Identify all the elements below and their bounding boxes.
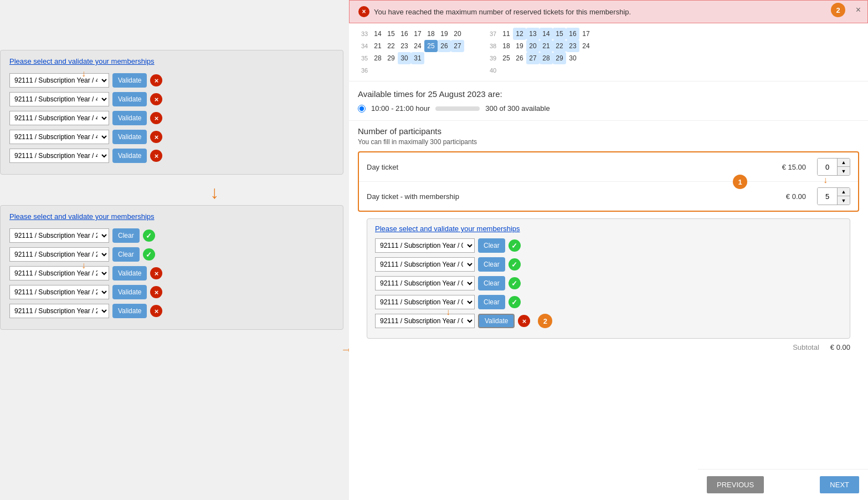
cal-day[interactable]: 23 (566, 40, 579, 52)
membership-box-1-title: Please select and validate your membersh… (9, 57, 334, 65)
check-icon-2-1: ✓ (143, 229, 155, 242)
membership-row-2-5: 92111 / Subscription Year / 2 Validate × (9, 304, 334, 318)
cal-day[interactable]: 26 (513, 52, 526, 64)
r-validate-button-5[interactable]: Validate (478, 314, 515, 328)
membership-select-2-3[interactable]: 92111 / Subscription Year / 2 ~ (9, 266, 109, 280)
cal-day[interactable]: 12 (513, 28, 526, 40)
cal-day[interactable]: 27 (451, 40, 464, 52)
cal-day[interactable]: 21 (540, 40, 553, 52)
r-clear-button-4[interactable]: Clear (478, 295, 505, 309)
cal-day[interactable]: 31 (411, 52, 424, 64)
cal-day[interactable]: 18 (500, 40, 513, 52)
error-close-button[interactable]: × (856, 5, 861, 15)
cal-day[interactable]: 20 (451, 28, 464, 40)
membership-select-2-1[interactable]: 92111 / Subscription Year / 2 (9, 228, 109, 243)
cal-day (579, 64, 593, 76)
cal-day[interactable]: 27 (526, 52, 540, 64)
validate-button-2-5[interactable]: Validate (112, 304, 147, 318)
cal-day[interactable]: 26 (438, 40, 451, 52)
validate-button-1-5[interactable]: Validate (112, 149, 147, 163)
cal-day[interactable]: 13 (526, 28, 540, 40)
remove-icon-2-4[interactable]: × (150, 286, 162, 298)
cal-day[interactable]: 28 (540, 52, 553, 64)
membership-row-2-1: 92111 / Subscription Year / 2 Clear ✓ (9, 228, 334, 243)
cal-day[interactable]: 28 (371, 52, 384, 64)
cal-day[interactable]: 20 (526, 40, 540, 52)
membership-select-1-3[interactable]: 92111 / Subscription Year / 4 (9, 111, 109, 125)
validate-button-2-4[interactable]: Validate (112, 285, 147, 299)
stepper-up-day[interactable]: ▲ (838, 159, 850, 167)
cal-day[interactable]: 25 (500, 52, 513, 64)
validate-button-1-2[interactable]: Validate (112, 92, 147, 106)
arrow-annotation-validate: ↓ (446, 307, 450, 317)
r-membership-select-2[interactable]: 92111 / Subscription Year / 0 (375, 257, 475, 272)
r-membership-select-3[interactable]: 92111 / Subscription Year / 0 (375, 276, 475, 290)
cal-day[interactable]: 24 (411, 40, 424, 52)
validate-button-2-3[interactable]: Validate (112, 266, 147, 280)
membership-select-2-4[interactable]: 92111 / Subscription Year / 2 (9, 285, 109, 299)
cal-day[interactable]: 15 (553, 28, 566, 40)
cal-day[interactable]: 29 (384, 52, 398, 64)
r-membership-select-1[interactable]: 92111 / Subscription Year / 0 (375, 238, 475, 253)
cal-day[interactable]: 29 (553, 52, 566, 64)
cal-day[interactable]: 22 (553, 40, 566, 52)
down-arrow-connector: ↓ (86, 182, 343, 203)
cal-day[interactable]: 15 (384, 28, 398, 40)
validate-button-1-4[interactable]: Validate (112, 130, 147, 144)
cal-day[interactable]: 11 (500, 28, 513, 40)
cal-day[interactable]: 30 (566, 52, 579, 64)
cal-day-selected[interactable]: 25 (424, 40, 438, 52)
clear-button-2-1[interactable]: Clear (112, 228, 140, 243)
membership-select-1-2[interactable]: 92111 / Subscription Year / 4 (9, 92, 109, 106)
membership-select-2-5[interactable]: 92111 / Subscription Year / 2 (9, 304, 109, 318)
cal-day[interactable]: 17 (411, 28, 424, 40)
previous-button[interactable]: PREVIOUS (707, 476, 764, 493)
availability-bar (435, 106, 480, 111)
remove-icon-1-2[interactable]: × (150, 93, 162, 105)
cal-day[interactable]: 19 (438, 28, 451, 40)
stepper-up-membership[interactable]: ▲ (838, 188, 850, 196)
next-button[interactable]: NEXT (820, 476, 859, 493)
stepper-down-day[interactable]: ▼ (838, 167, 850, 175)
clear-button-2-2[interactable]: Clear (112, 247, 140, 262)
r-membership-select-4[interactable]: 92111 / Subscription Year / 0 (375, 295, 475, 309)
cal-day[interactable]: 22 (384, 40, 398, 52)
cal-day[interactable]: 21 (371, 40, 384, 52)
membership-select-1-5[interactable]: 92111 / Subscription Year / 4 (9, 149, 109, 163)
cal-day[interactable]: 17 (579, 28, 593, 40)
r-remove-icon-5[interactable]: × (518, 315, 530, 327)
remove-icon-2-3[interactable]: × (150, 267, 162, 279)
cal-day (553, 64, 566, 76)
ticket-value-day[interactable] (818, 159, 838, 175)
r-clear-button-2[interactable]: Clear (478, 257, 505, 272)
ticket-value-membership[interactable] (818, 188, 838, 205)
cal-day[interactable]: 16 (398, 28, 411, 40)
validate-button-1-1[interactable]: Validate (112, 73, 147, 88)
ticket-stepper-membership: ▲ ▼ (817, 187, 850, 205)
time-option-row: 10:00 - 21:00 hour 300 of 300 available (358, 104, 859, 113)
r-clear-button-1[interactable]: Clear (478, 238, 505, 253)
cal-day[interactable]: 14 (371, 28, 384, 40)
time-radio[interactable] (358, 105, 366, 113)
remove-icon-1-3[interactable]: × (150, 112, 162, 124)
membership-select-1-1[interactable]: 92111 / Subscription Year / 4 ~ (9, 73, 109, 88)
remove-icon-2-5[interactable]: × (150, 305, 162, 317)
remove-icon-1-4[interactable]: × (150, 131, 162, 143)
cal-day[interactable]: 30 (398, 52, 411, 64)
ticket-row-day: Day ticket € 15.00 ▲ ▼ (359, 152, 858, 182)
cal-day[interactable]: 23 (398, 40, 411, 52)
remove-icon-1-5[interactable]: × (150, 150, 162, 162)
validate-button-1-3[interactable]: Validate (112, 111, 147, 125)
cal-day[interactable]: 16 (566, 28, 579, 40)
membership-select-2-2[interactable]: 92111 / Subscription Year / 2 (9, 247, 109, 262)
r-clear-button-3[interactable]: Clear (478, 276, 505, 290)
cal-day[interactable]: 18 (424, 28, 438, 40)
cal-day[interactable]: 19 (513, 40, 526, 52)
stepper-down-membership[interactable]: ▼ (838, 196, 850, 205)
cal-day[interactable]: 24 (579, 40, 593, 52)
remove-icon-1-1[interactable]: × (150, 74, 162, 86)
cal-day[interactable]: 14 (540, 28, 553, 40)
r-membership-select-5[interactable]: 92111 / Subscription Year / 0 (375, 314, 475, 328)
error-text: You have reached the maximum number of r… (374, 8, 631, 16)
membership-select-1-4[interactable]: 92111 / Subscription Year / 4 ~ (9, 130, 109, 144)
